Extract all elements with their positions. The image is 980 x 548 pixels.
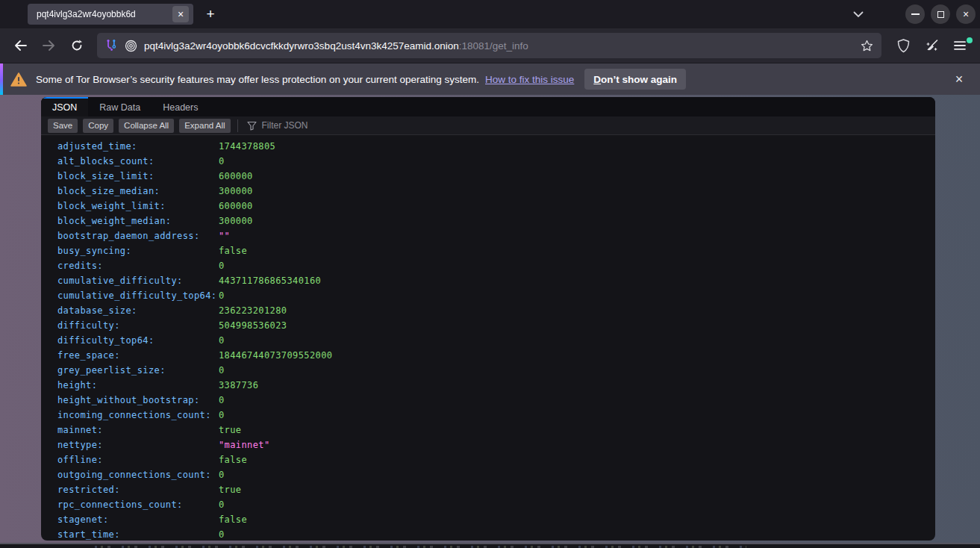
json-key: difficulty:: [57, 320, 219, 331]
viewer-tab-json[interactable]: JSON: [41, 97, 88, 116]
json-row: nettype:"mainnet": [57, 438, 935, 452]
json-value: 0: [219, 529, 225, 540]
json-value: true: [219, 485, 242, 495]
json-viewer-tabbar: JSONRaw DataHeaders: [41, 97, 935, 116]
json-key: block_weight_limit:: [57, 201, 219, 211]
json-value: 3387736: [219, 380, 258, 390]
json-value: 0: [219, 470, 225, 480]
onion-site-icon[interactable]: [125, 40, 137, 52]
json-row: cumulative_difficulty_top64:0: [57, 288, 935, 303]
json-value: 0: [219, 261, 225, 271]
tor-circuit-icon[interactable]: [104, 39, 118, 52]
json-value: 600000: [219, 171, 253, 181]
tab-close-button[interactable]: ×: [172, 6, 189, 22]
json-key: free_space:: [57, 350, 219, 361]
json-key: nettype:: [57, 440, 219, 450]
close-window-button[interactable]: ×: [956, 4, 976, 24]
json-value: 18446744073709552000: [219, 350, 333, 361]
json-value: 443711786865340160: [219, 275, 321, 286]
json-row: restricted:true: [57, 482, 935, 497]
maximize-icon: [937, 11, 944, 18]
json-value: false: [219, 246, 247, 256]
window-controls: ×: [905, 4, 976, 24]
json-value: 0: [219, 365, 225, 376]
save-button[interactable]: Save: [48, 119, 78, 133]
hamburger-icon: [954, 41, 966, 50]
minimize-button[interactable]: [905, 4, 925, 24]
navigation-toolbar: pqt4ivlg3a2wr4oyobbk6dcvcfkkdyrwro3sbq2u…: [0, 28, 980, 63]
json-row: bootstrap_daemon_address:"": [57, 228, 935, 243]
warning-triangle-icon: [10, 72, 27, 87]
copy-button[interactable]: Copy: [83, 119, 113, 133]
new-tab-button[interactable]: +: [199, 3, 222, 25]
json-viewer-toolbar: SaveCopyCollapse AllExpand All: [41, 116, 935, 135]
filter-json-input[interactable]: [262, 120, 426, 131]
shield-button[interactable]: [891, 34, 915, 57]
json-value: 600000: [219, 201, 253, 211]
json-row: incoming_connections_count:0: [57, 408, 935, 423]
reload-icon: [71, 40, 83, 52]
json-key: outgoing_connections_count:: [57, 470, 219, 480]
json-key: difficulty_top64:: [57, 335, 219, 346]
json-value: 0: [219, 395, 225, 405]
json-key: offline:: [57, 455, 219, 465]
url-text[interactable]: pqt4ivlg3a2wr4oyobbk6dcvcfkkdyrwro3sbq2u…: [144, 40, 856, 52]
url-bar[interactable]: pqt4ivlg3a2wr4oyobbk6dcvcfkkdyrwro3sbq2u…: [97, 33, 881, 58]
json-value: "mainnet": [219, 440, 270, 450]
new-identity-broom-button[interactable]: [920, 34, 943, 57]
security-warning-infobar: Some of Tor Browser’s security features …: [0, 63, 980, 95]
viewer-tab-headers[interactable]: Headers: [152, 97, 209, 116]
json-key: busy_syncing:: [57, 246, 219, 256]
json-row: outgoing_connections_count:0: [57, 467, 935, 482]
forward-button[interactable]: [37, 34, 60, 57]
viewer-tab-raw-data[interactable]: Raw Data: [88, 97, 152, 116]
close-icon: ×: [963, 9, 969, 19]
json-key: grey_peerlist_size:: [57, 365, 219, 376]
letterboxed-content-area: JSONRaw DataHeaders SaveCopyCollapse All…: [0, 95, 980, 543]
expand-all-button[interactable]: Expand All: [179, 119, 230, 133]
json-key: height:: [57, 380, 219, 390]
json-row: difficulty:504998536023: [57, 318, 935, 333]
json-row: start_time:0: [57, 527, 935, 541]
chevron-down-icon: [853, 11, 864, 18]
infobar-accent-stripe: [0, 63, 3, 95]
infobar-message: Some of Tor Browser’s security features …: [36, 74, 479, 85]
update-available-dot: [967, 37, 973, 43]
url-host: pqt4ivlg3a2wr4oyobbk6dcvcfkkdyrwro3sbq2u…: [144, 40, 459, 52]
json-row: stagenet:false: [57, 512, 935, 527]
json-row: block_size_median:300000: [57, 184, 935, 199]
json-value: 0: [219, 335, 225, 346]
json-key: mainnet:: [57, 425, 219, 435]
back-button[interactable]: [8, 34, 32, 57]
json-value: 0: [219, 290, 225, 301]
browser-tab[interactable]: pqt4ivlg3a2wr4oyobbk6d ×: [28, 4, 193, 25]
maximize-button[interactable]: [931, 4, 950, 24]
infobar-close-button[interactable]: ×: [949, 69, 970, 90]
json-key: restricted:: [57, 485, 219, 495]
json-key: block_size_median:: [57, 186, 219, 196]
reload-button[interactable]: [65, 34, 89, 57]
json-value: 504998536023: [219, 320, 287, 331]
json-row: grey_peerlist_size:0: [57, 363, 935, 378]
json-row: rpc_connections_count:0: [57, 497, 935, 512]
list-all-tabs-button[interactable]: [847, 3, 870, 25]
toolbar-separator: [237, 119, 238, 132]
json-key: rpc_connections_count:: [57, 499, 219, 510]
collapse-all-button[interactable]: Collapse All: [119, 119, 174, 133]
json-key: alt_blocks_count:: [57, 156, 219, 166]
tab-title: pqt4ivlg3a2wr4oyobbk6d: [37, 9, 172, 19]
json-row: adjusted_time:1744378805: [57, 139, 935, 154]
json-value: true: [219, 425, 242, 435]
json-value: 0: [219, 499, 225, 510]
json-row: difficulty_top64:0: [57, 333, 935, 348]
json-row: free_space:18446744073709552000: [57, 348, 935, 363]
bookmark-star-button[interactable]: [856, 35, 877, 56]
json-value: 300000: [219, 186, 253, 196]
funnel-filter-icon: [247, 121, 257, 131]
json-row: cumulative_difficulty:443711786865340160: [57, 273, 935, 288]
json-row: database_size:236223201280: [57, 303, 935, 318]
dont-show-again-button[interactable]: Don’t show again: [584, 69, 686, 90]
json-value: 1744378805: [219, 141, 275, 152]
how-to-fix-link[interactable]: How to fix this issue: [485, 74, 574, 85]
json-row: block_size_limit:600000: [57, 169, 935, 184]
